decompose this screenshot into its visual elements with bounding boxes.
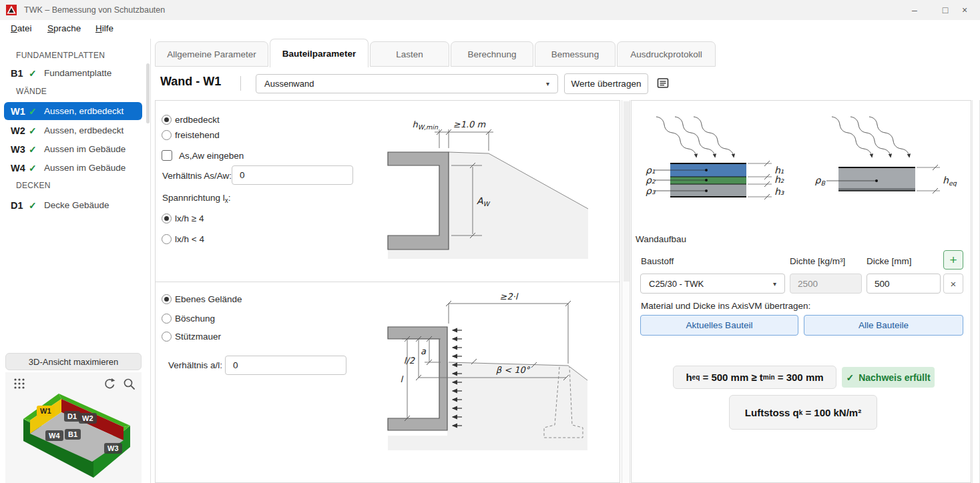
radio-freistehend-label: freistehend [175, 130, 220, 140]
sidebar-section-decken: DECKEN [16, 181, 51, 190]
sidebar-item-w4[interactable]: W4 ✓ Aussen im Gebäude [4, 159, 142, 177]
menu-sprache[interactable]: Sprache [47, 23, 81, 33]
check-icon: ✓ [29, 200, 43, 211]
check-icon: ✓ [29, 106, 43, 117]
chevron-down-icon: ▾ [546, 80, 549, 87]
luftstoss-result: Luftstoss qk = 100 kN/m² [729, 395, 877, 430]
maximize-3d-button[interactable]: 3D-Ansicht maximieren [5, 353, 142, 370]
svg-text:a: a [421, 346, 427, 356]
svg-text:h₂: h₂ [774, 174, 784, 185]
3d-viewport[interactable]: W1 D1 W2 W4 B1 W3 [5, 372, 142, 483]
radio-ebenes-gelaende[interactable] [162, 294, 172, 304]
sidebar-section-fundamentplatten: FUNDAMENTPLATTEN [16, 51, 105, 60]
all-components-button[interactable]: Alle Bauteile [804, 315, 963, 336]
ratio-asaw-label: Verhältnis As/Aw: [162, 171, 232, 181]
radio-stuetzmauer[interactable] [162, 332, 172, 342]
remove-layer-button[interactable]: × [943, 274, 963, 294]
checkbox-as-aw[interactable] [162, 150, 172, 161]
app-logo-icon [6, 5, 17, 15]
menu-hilfe[interactable]: Hilfe [95, 23, 113, 33]
svg-text:β < 10°: β < 10° [496, 365, 531, 375]
tab-bauteilparameter[interactable]: Bauteilparameter [270, 39, 369, 67]
radio-freistehend[interactable] [162, 130, 172, 140]
page-title: Wand - W1 [160, 75, 221, 89]
radio-erdbedeckt[interactable] [162, 115, 172, 125]
span-direction-label: Spannrichtung lx: [162, 193, 231, 204]
svg-text:hW,min: hW,min [412, 119, 439, 131]
transfer-values-button[interactable]: Werte übertragen [564, 73, 648, 94]
checkbox-as-aw-label: As,Aw eingeben [179, 151, 244, 161]
toolbar-divider [240, 76, 241, 91]
app-window: TWK – Bemessung von Schutzbauten – □ × D… [0, 0, 980, 483]
3d-label-w2: W2 [79, 413, 97, 424]
panel-divider [155, 282, 620, 282]
sidebar-divider [150, 39, 151, 483]
right-scrollbar[interactable] [972, 100, 980, 483]
radio-erdbedeckt-label: erdbedeckt [175, 115, 220, 125]
grid-dots-icon[interactable] [13, 378, 25, 390]
check-icon: ✓ [29, 144, 43, 155]
menu-bar: Datei Sprache Hilfe [0, 20, 980, 39]
minimize-button[interactable]: – [899, 0, 930, 20]
sidebar-item-d1[interactable]: D1 ✓ Decke Gebäude [4, 196, 142, 214]
tab-berechnung[interactable]: Berechnung [451, 41, 533, 67]
sidebar-item-w3[interactable]: W3 ✓ Aussen im Gebäude [4, 140, 142, 158]
svg-text:ρ₁: ρ₁ [646, 165, 656, 175]
radio-lxh-lt4-label: lx/h < 4 [175, 234, 204, 244]
3d-label-b1: B1 [65, 429, 81, 440]
window-title: TWK – Bemessung von Schutzbauten [24, 5, 165, 15]
radio-lxh-ge4[interactable] [162, 213, 172, 223]
svg-text:l/2: l/2 [404, 356, 415, 366]
sidebar-scrollbar[interactable] [146, 63, 150, 123]
col-dichte: Dichte [kg/m³] [790, 256, 845, 266]
svg-text:ρ₃: ρ₃ [646, 185, 656, 196]
status-badge: ✓ Nachweis erfüllt [842, 367, 935, 388]
tab-lasten[interactable]: Lasten [370, 41, 449, 67]
check-icon: ✓ [29, 125, 43, 136]
terrain-diagram: ≥2·l a l/2 l β < 10° [382, 284, 622, 477]
axisvm-transfer-label: Material und Dicke ins AxisVM übertragen… [641, 301, 810, 311]
check-icon: ✓ [846, 372, 854, 383]
sidebar-item-w1[interactable]: W1 ✓ Aussen, erdbedeckt [4, 102, 142, 120]
layer-diagram: ρ₁ ρ₂ ρ₃ h₁ h₂ h₃ ρB [634, 110, 971, 230]
radio-lxh-lt4[interactable] [162, 234, 172, 244]
check-icon: ✓ [29, 163, 43, 173]
add-layer-button[interactable]: + [943, 250, 963, 270]
heq-check-result: heq = 500 mm ≥ tmin = 300 mm [673, 366, 836, 389]
svg-text:≥2·l: ≥2·l [500, 292, 519, 302]
tab-ausdruckprotokoll[interactable]: Ausdruckprotokoll [617, 41, 716, 67]
menu-datei[interactable]: Datei [11, 23, 32, 33]
radio-boeschung[interactable] [162, 314, 172, 324]
current-component-button[interactable]: Aktuelles Bauteil [640, 315, 798, 336]
sidebar-item-w2[interactable]: W2 ✓ Aussen, erdbedeckt [4, 121, 142, 139]
dicke-input[interactable] [867, 274, 941, 294]
sidebar-section-waende: WÄNDE [16, 87, 47, 96]
ratio-al-label: Verhältnis a/l: [168, 360, 222, 370]
radio-lxh-ge4-label: lx/h ≥ 4 [175, 213, 204, 223]
title-bar: TWK – Bemessung von Schutzbauten – □ × [0, 0, 980, 21]
tab-allgemeine-parameter[interactable]: Allgemeine Parameter [155, 41, 268, 67]
check-icon: ✓ [29, 68, 43, 79]
close-button[interactable]: × [949, 0, 980, 20]
radio-stuetzmauer-label: Stützmauer [175, 332, 221, 342]
center-scrollbar[interactable] [622, 100, 630, 483]
wandaufbau-title: Wandaufbau [636, 234, 686, 244]
refresh-icon[interactable] [102, 378, 115, 391]
ratio-al-input[interactable] [225, 356, 346, 375]
wall-type-select[interactable]: Aussenwand ▾ [256, 74, 558, 93]
notes-icon[interactable] [656, 77, 670, 90]
col-baustoff: Baustoff [641, 256, 674, 266]
radio-boeschung-label: Böschung [175, 314, 215, 324]
chevron-down-icon: ▾ [773, 280, 776, 288]
zoom-search-icon[interactable] [123, 378, 136, 391]
svg-text:heq: heq [943, 175, 957, 187]
tab-bemessung[interactable]: Bemessung [535, 41, 616, 67]
radio-ebenes-gelaende-label: Ebenes Gelände [175, 294, 242, 304]
3d-label-w1: W1 [37, 406, 55, 416]
center-scrollbar-thumb[interactable] [624, 101, 630, 282]
dichte-input [790, 274, 862, 294]
material-select[interactable]: C25/30 - TWK ▾ [640, 274, 785, 294]
ratio-asaw-input[interactable] [232, 165, 353, 185]
sidebar-item-b1[interactable]: B1 ✓ Fundamentplatte [4, 64, 142, 82]
3d-label-w3: W3 [104, 443, 122, 454]
